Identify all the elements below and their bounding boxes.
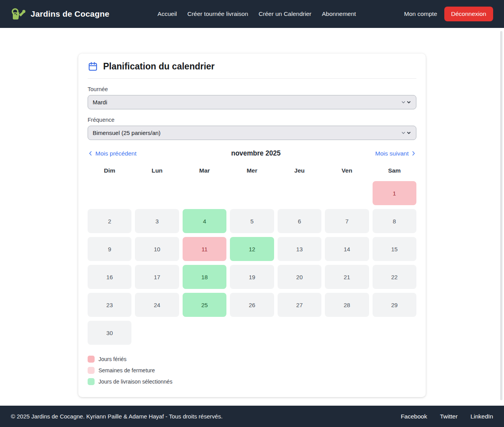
legend-semaines-de-fermeture-label: Semaines de fermeture (98, 367, 155, 373)
nav-link-creer-tournee-livraison[interactable]: Créer tournée livraison (187, 10, 248, 17)
calendar-empty-cell (325, 181, 369, 205)
brand-title: Jardins de Cocagne (31, 9, 109, 19)
page-footer: © 2025 Jardins de Cocagne. Kyriann Paill… (0, 406, 504, 427)
weekday-ven: Ven (325, 167, 369, 174)
calendar-day-12[interactable]: 12 (230, 237, 274, 261)
footer-link-linkedin[interactable]: LinkedIn (470, 413, 493, 420)
calendar-empty-cell (278, 181, 321, 205)
page-title: Planification du calendrier (103, 61, 215, 72)
next-month-button[interactable]: Mois suivant (375, 150, 416, 157)
tournee-label: Tournée (88, 86, 416, 92)
calendar-day-23[interactable]: 23 (88, 293, 131, 317)
calendar-day-15[interactable]: 15 (373, 237, 416, 261)
footer-link-facebook[interactable]: Facebook (401, 413, 427, 420)
brand[interactable]: Jardins de Cocagne (11, 7, 109, 21)
calendar-day-14[interactable]: 14 (325, 237, 369, 261)
weekday-jeu: Jeu (278, 167, 321, 174)
calendar-day-2[interactable]: 2 (88, 209, 131, 233)
chevron-left-icon (88, 150, 93, 156)
calendar-day-16[interactable]: 16 (88, 265, 131, 289)
calendar-empty-cell (230, 181, 274, 205)
chevron-right-icon (411, 150, 416, 156)
weekday-sam: Sam (373, 167, 416, 174)
calendar-day-22[interactable]: 22 (373, 265, 416, 289)
weekday-dim: Dim (88, 167, 131, 174)
tournee-select-value: Mardi (93, 99, 401, 105)
calendar-day-5[interactable]: 5 (230, 209, 274, 233)
weekday-mer: Mer (230, 167, 274, 174)
calendar-day-30[interactable]: 30 (88, 321, 131, 345)
nav-link-abonnement[interactable]: Abonnement (322, 10, 356, 17)
calendar-day-21[interactable]: 21 (325, 265, 369, 289)
calendar-day-26[interactable]: 26 (230, 293, 274, 317)
calendar-day-7[interactable]: 7 (325, 209, 369, 233)
tournee-select[interactable]: Mardi (88, 95, 416, 109)
card-title-row: Planification du calendrier (88, 61, 416, 79)
nav-link-mon-compte[interactable]: Mon compte (404, 10, 437, 17)
calendar-day-8[interactable]: 8 (373, 209, 416, 233)
top-navbar: Jardins de Cocagne AccueilCréer tournée … (0, 0, 504, 28)
calendar-day-4[interactable]: 4 (183, 209, 226, 233)
calendar-empty-cell (88, 181, 131, 205)
calendar-legend: Jours fériésSemaines de fermetureJours d… (88, 356, 416, 385)
calendar-day-9[interactable]: 9 (88, 237, 131, 261)
logout-button[interactable]: Déconnexion (444, 7, 493, 21)
calendar-day-27[interactable]: 27 (278, 293, 321, 317)
weekday-header-row: DimLunMarMerJeuVenSam (88, 167, 416, 174)
calendar-day-19[interactable]: 19 (230, 265, 274, 289)
calendar-empty-cell (135, 181, 179, 205)
calendar-days-grid: 1234567891011121314151617181920212223242… (88, 181, 416, 345)
legend-jours-de-livraison-selectionnes-swatch (88, 378, 95, 385)
calendar-day-17[interactable]: 17 (135, 265, 179, 289)
calendar-day-13[interactable]: 13 (278, 237, 321, 261)
watering-can-logo-icon (11, 7, 26, 21)
calendar-day-24[interactable]: 24 (135, 293, 179, 317)
calendar-day-29[interactable]: 29 (373, 293, 416, 317)
calendar-planning-card: Planification du calendrier Tournée Mard… (78, 54, 426, 397)
calendar-month-nav: Mois précédent novembre 2025 Mois suivan… (88, 149, 416, 157)
calendar-day-25[interactable]: 25 (183, 293, 226, 317)
next-month-label: Mois suivant (375, 150, 409, 157)
frequence-select-value: Bimensuel (25 paniers/an) (93, 130, 401, 136)
calendar-day-28[interactable]: 28 (325, 293, 369, 317)
page-content: Planification du calendrier Tournée Mard… (0, 28, 504, 403)
prev-month-label: Mois précédent (95, 150, 136, 157)
legend-semaines-de-fermeture: Semaines de fermeture (88, 367, 416, 374)
frequence-select[interactable]: Bimensuel (25 paniers/an) (88, 126, 416, 140)
legend-jours-de-livraison-selectionnes: Jours de livraison sélectionnés (88, 378, 416, 385)
chevron-down-icon (401, 130, 411, 135)
nav-link-creer-un-calendrier[interactable]: Créer un Calendrier (259, 10, 311, 17)
calendar-empty-cell (183, 181, 226, 205)
legend-jours-de-livraison-selectionnes-label: Jours de livraison sélectionnés (98, 379, 173, 385)
calendar-day-18[interactable]: 18 (183, 265, 226, 289)
frequence-label: Fréquence (88, 117, 416, 123)
month-title: novembre 2025 (231, 149, 280, 157)
footer-social-links: FacebookTwitterLinkedIn (401, 413, 493, 420)
prev-month-button[interactable]: Mois précédent (88, 150, 136, 157)
calendar-day-6[interactable]: 6 (278, 209, 321, 233)
copyright-text: © 2025 Jardins de Cocagne. Kyriann Paill… (11, 413, 223, 420)
legend-jours-feries: Jours fériés (88, 356, 416, 363)
legend-semaines-de-fermeture-swatch (88, 367, 95, 374)
nav-link-accueil[interactable]: Accueil (157, 10, 177, 17)
calendar-day-10[interactable]: 10 (135, 237, 179, 261)
chevron-down-icon (401, 100, 411, 105)
footer-link-twitter[interactable]: Twitter (440, 413, 458, 420)
page-scrollbar[interactable] (500, 31, 502, 400)
calendar-day-1[interactable]: 1 (373, 181, 416, 205)
calendar-icon (88, 61, 98, 72)
calendar-day-11[interactable]: 11 (183, 237, 226, 261)
weekday-lun: Lun (135, 167, 179, 174)
navbar-right-group: Mon compte Déconnexion (404, 7, 493, 21)
main-navigation: AccueilCréer tournée livraisonCréer un C… (157, 10, 356, 17)
weekday-mar: Mar (183, 167, 226, 174)
calendar-day-3[interactable]: 3 (135, 209, 179, 233)
legend-jours-feries-label: Jours fériés (98, 356, 126, 362)
legend-jours-feries-swatch (88, 356, 95, 363)
calendar-day-20[interactable]: 20 (278, 265, 321, 289)
